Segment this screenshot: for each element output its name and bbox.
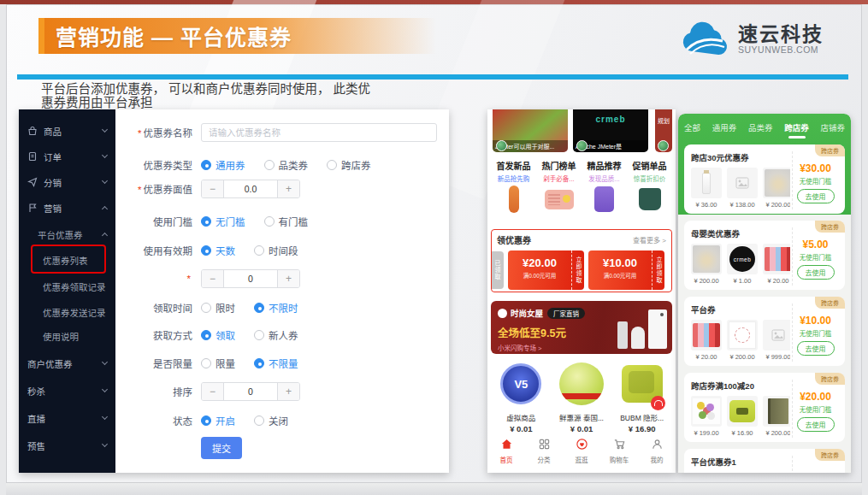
radio-time-range[interactable]: 时间段 [254,244,298,257]
feed-card[interactable]: crmeb Apache JMeter是 [573,109,648,152]
sidebar-item-goods[interactable]: 商品 [19,118,115,144]
promo-banner[interactable]: 时尚女屋 厂家直销 全场低至9.5元 小米闪购专场 > [491,301,672,354]
sidebar-item-distribution[interactable]: 分销 [19,169,115,195]
cart-icon [613,438,626,451]
tab-home[interactable]: 首页 [487,435,525,469]
crmeb-logo: crmeb [573,115,648,124]
tab-discover[interactable]: 逛逛 [563,435,600,469]
radio-days[interactable]: 天数 [201,244,235,257]
coupon-tabs: 全部 通用券 品类券 跨店券 店铺券 [678,121,851,138]
radio-status-on[interactable]: 开启 [201,414,235,427]
use-coupon-button[interactable]: 去使用 [797,417,835,432]
radio-type-cross-store[interactable]: 跨店券 [327,158,371,172]
coupon-amount: ¥20.00 [800,391,831,403]
coupon-10[interactable]: ¥10.00 满0.00元可用 立即领取 [588,250,664,290]
sidebar-item-presale[interactable]: 预售 [19,433,115,458]
chevron-down-icon [102,441,108,447]
sort-value[interactable]: 0 [224,383,277,400]
feed-card[interactable]: Jmeter可以用于对服... [493,109,568,152]
feed-card[interactable]: 规划 [655,109,672,152]
radio-status-off[interactable]: 关闭 [254,414,288,427]
field-label-acquire: 获取方式 [122,328,201,342]
field-label-days: * [122,274,201,284]
coupon-card[interactable]: 跨店券满100减20 ¥ 199.00 ¥ 16.90 ¥ 200.00 ¥20… [684,373,845,442]
chevron-down-icon [102,414,108,420]
claim-now-button[interactable]: 立即领取 [571,250,584,290]
value-amount[interactable]: 0.0 [224,180,277,197]
avatar [576,140,588,151]
use-coupon-button[interactable]: 去使用 [797,265,835,280]
coupon-card[interactable]: 母婴类优惠券 ¥ 200.00 crmeb¥ 1.00 ¥ 20.00 ¥5.0… [684,221,845,290]
product-pomelo[interactable]: 鲜惠源 泰国... ¥ 0.01 [552,359,612,433]
category-promo-items[interactable]: 促销单品 惊喜折扣价 [627,159,672,215]
sidebar-item-flash-sale[interactable]: 秒杀 [19,378,115,404]
category-image [536,183,582,215]
plus-button[interactable]: + [277,180,299,197]
days-value[interactable]: 0 [224,270,277,287]
tab-profile[interactable]: 我的 [638,435,676,469]
category-quality-picks[interactable]: 精品推荐 发现品质... [582,159,627,215]
sidebar-item-orders[interactable]: 订单 [19,144,115,169]
tab-cross-store[interactable]: 跨店券 [784,121,809,138]
claim-now-button[interactable]: 立即领取 [652,250,664,290]
coupon-condition: 满0.00元可用 [508,271,571,280]
category-hot-rank[interactable]: 热门榜单 剁手必备... [536,159,582,215]
minus-button[interactable]: − [202,180,224,197]
sidebar-item-coupon-claim-records[interactable]: 优惠券领取记录 [19,275,115,298]
plus-button[interactable]: + [277,383,299,400]
coupon-amount: ¥10.00 [800,315,831,327]
coupon-20[interactable]: ¥20.00 满0.00元可用 立即领取 [508,250,584,290]
minus-button[interactable]: − [202,383,224,400]
coupon-card[interactable]: 平台券 ¥ 20.00 ¥ 200.00 ¥ 999.00 ¥10.00 无使用… [684,297,845,366]
cloud-road-logo-icon [680,21,731,58]
sort-stepper: − 0 + [201,382,300,401]
radio-unlimited-time[interactable]: 不限时 [254,301,298,315]
slide-bottom-edge [6,483,862,495]
radio-has-threshold[interactable]: 有门槛 [264,215,309,228]
coupon-name-input[interactable] [201,123,437,142]
tab-shop[interactable]: 店铺券 [821,121,846,138]
coupon-type-badge: 跨店券 [815,221,845,233]
radio-limited-qty[interactable]: 限量 [201,357,235,370]
radio-unlimited-qty[interactable]: 不限量 [254,357,298,370]
coupon-card[interactable]: 跨店30元优惠券 ¥ 36.00 ¥ 138.00 ¥ 200.00 ¥30.0… [684,144,845,214]
see-more-link[interactable]: 查看更多 > [633,235,666,245]
sidebar-item-live[interactable]: 直播 [19,405,115,431]
product-bubm[interactable]: BUBM 隐形... ¥ 16.90 [611,359,672,433]
tab-categories[interactable]: 分类 [525,435,563,469]
sidebar-item-coupon-send-records[interactable]: 优惠券发送记录 [19,301,115,323]
admin-screenshot: 商品 订单 分销 营销 平台优惠券 [19,109,449,473]
highlight-box [31,245,106,274]
avatar [496,140,507,151]
use-coupon-button[interactable]: 去使用 [797,341,835,356]
sidebar-item-usage-notes[interactable]: 使用说明 [19,325,115,347]
field-label-receive-time: 领取时间 [122,301,201,315]
tab-general[interactable]: 通用券 [712,121,737,138]
product-virtual[interactable]: V5 虚拟商品 ¥ 0.01 [491,359,552,433]
tab-all[interactable]: 全部 [684,121,700,138]
submit-button[interactable]: 提交 [201,437,242,459]
order-icon [27,151,38,162]
radio-type-general[interactable]: 通用券 [201,158,245,172]
product-thumb [763,244,790,274]
tab-category[interactable]: 品类券 [748,121,773,138]
admin-sidebar: 商品 订单 分销 营销 平台优惠券 [19,109,115,473]
product-row: V5 虚拟商品 ¥ 0.01 鲜惠源 泰国... ¥ 0.01 BUBM 隐形.… [491,359,672,433]
product-thumb [763,396,790,427]
sidebar-group-platform-coupon[interactable]: 平台优惠券 [19,222,115,246]
field-label-threshold: 使用门槛 [122,215,201,228]
coupon-card[interactable]: 平台优惠券1 跨店券 [684,449,845,473]
radio-claim[interactable]: 领取 [201,328,235,342]
blue-divider [17,74,848,80]
sidebar-item-merchant-coupon[interactable]: 商户优惠券 [19,351,115,376]
sidebar-item-marketing[interactable]: 营销 [19,195,115,221]
use-coupon-button[interactable]: 去使用 [797,189,835,203]
radio-type-category[interactable]: 品类券 [264,158,309,172]
plus-button[interactable]: + [277,270,299,287]
radio-newcomer[interactable]: 新人券 [254,328,298,342]
radio-no-threshold[interactable]: 无门槛 [201,215,245,228]
category-first-release[interactable]: 首发新品 新品抢先购 [491,159,536,215]
tab-cart[interactable]: 购物车 [600,435,638,469]
minus-button[interactable]: − [202,270,224,287]
radio-limited-time[interactable]: 限时 [201,301,235,315]
